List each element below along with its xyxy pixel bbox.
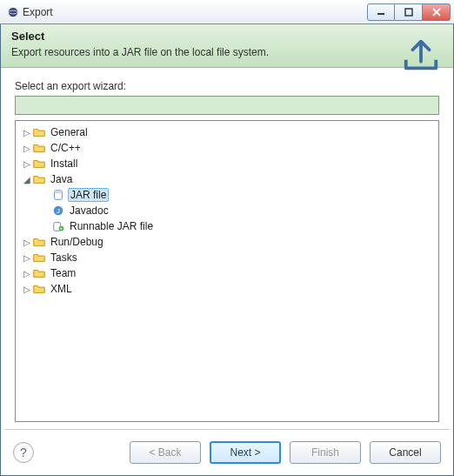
tree-item-label: General [49,126,90,138]
folder-icon [33,173,45,185]
back-button[interactable]: < Back [130,441,201,464]
tree-item-label: JAR file [68,188,109,202]
expand-arrow-icon[interactable]: ▷ [21,236,33,248]
tree-item-label: C/C++ [49,142,83,154]
expand-arrow-icon[interactable]: ▷ [21,283,33,295]
folder-icon [33,126,45,138]
tree-item[interactable]: ▷Install [17,156,437,171]
tree-item-label: Java [49,173,74,185]
button-bar: ? < Back Next > Finish Cancel [1,430,453,475]
wizard-banner: Select Export resources into a JAR file … [1,24,453,68]
banner-description: Export resources into a JAR file on the … [11,46,443,58]
tree-item[interactable]: JAR file [17,187,437,203]
tree-item[interactable]: ▷Team [17,265,437,281]
tree-item[interactable]: ▷XML [17,281,437,297]
folder-icon [33,267,45,279]
jar-icon [52,189,64,201]
tree-item[interactable]: ▷C/C++ [17,140,437,156]
tree-item-label: Install [49,158,79,170]
tree-item-label: Team [49,267,77,279]
tree-item[interactable]: JJavadoc [17,203,437,218]
help-icon: ? [20,446,27,459]
tree-item[interactable]: ▷General [17,124,437,140]
collapse-arrow-icon[interactable]: ◢ [21,173,33,185]
expand-arrow-icon[interactable]: ▷ [21,158,33,170]
runjar-icon [52,220,64,232]
content-area: Select an export wizard: ▷General▷C/C++▷… [1,68,453,429]
folder-icon [33,251,45,264]
tree-item-label: Runnable JAR file [68,220,155,232]
eclipse-icon [7,6,19,18]
select-wizard-label: Select an export wizard: [15,80,439,92]
minimize-button[interactable] [367,3,395,21]
wizard-tree[interactable]: ▷General▷C/C++▷Install◢JavaJAR fileJJava… [15,120,439,422]
wizard-filter-input[interactable] [15,96,439,115]
expand-arrow-icon[interactable]: ▷ [21,142,33,154]
title-bar: Export [0,0,454,24]
banner-title: Select [11,30,443,43]
tree-item-label: Run/Debug [49,236,105,248]
folder-icon [33,158,45,170]
maximize-button[interactable] [395,3,423,21]
dialog-body: Select Export resources into a JAR file … [0,24,454,476]
window-controls [367,3,451,21]
tree-item-label: Tasks [49,251,79,264]
close-icon [432,8,441,17]
tree-item[interactable]: ▷Run/Debug [17,234,437,250]
help-button[interactable]: ? [13,442,34,463]
folder-icon [33,236,45,248]
svg-rect-7 [55,191,63,194]
svg-text:J: J [57,207,60,215]
folder-icon [33,283,45,295]
javadoc-icon: J [52,204,64,217]
svg-point-0 [9,7,18,17]
minimize-icon [377,8,385,17]
tree-item[interactable]: ◢Java [17,171,437,187]
svg-rect-3 [405,9,412,16]
window-title: Export [23,6,367,18]
expand-arrow-icon[interactable]: ▷ [21,126,33,138]
tree-item-label: Javadoc [68,204,110,217]
expand-arrow-icon[interactable]: ▷ [21,251,33,264]
maximize-icon [404,8,413,17]
folder-icon [33,142,45,154]
export-icon [401,35,441,75]
cancel-button[interactable]: Cancel [370,441,441,464]
close-button[interactable] [423,3,451,21]
tree-item-label: XML [49,283,74,295]
expand-arrow-icon[interactable]: ▷ [21,267,33,279]
tree-item[interactable]: Runnable JAR file [17,218,437,234]
tree-item[interactable]: ▷Tasks [17,250,437,265]
finish-button[interactable]: Finish [290,441,361,464]
next-button[interactable]: Next > [210,441,281,464]
